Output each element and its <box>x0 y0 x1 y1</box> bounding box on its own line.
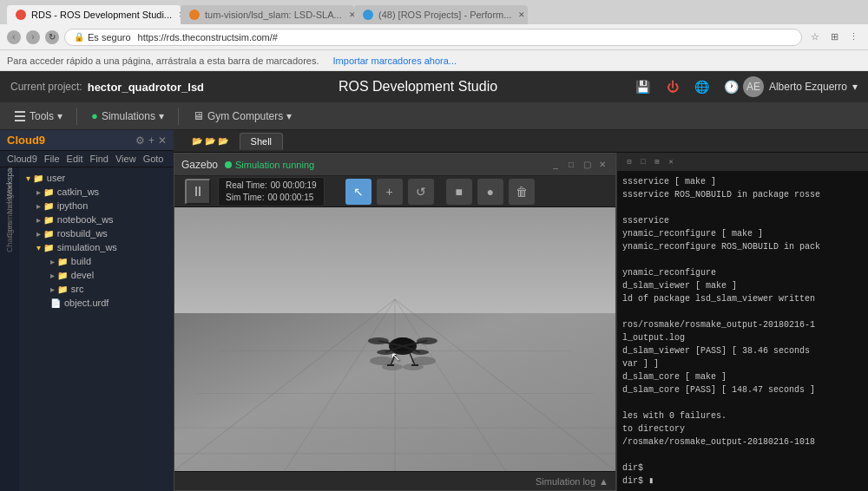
sim-running-status: Simulation running <box>225 160 314 170</box>
terminal-line: to directory <box>622 422 863 435</box>
sphere-tool[interactable]: ● <box>477 179 503 205</box>
cloud9-settings-icon[interactable]: ⚙ <box>135 134 145 147</box>
tree-item-object[interactable]: 📄 object.urdf <box>19 296 174 310</box>
scale-tool[interactable]: ■ <box>446 179 472 205</box>
cloud9-body: Workspace Navigate Commands Changes ▾ 📁 … <box>0 167 174 491</box>
user-name: Alberto Ezquerro <box>769 81 847 93</box>
tab-shell[interactable]: Shell <box>240 133 283 150</box>
bookmark-icon[interactable]: ☆ <box>807 29 823 45</box>
tree-label-build: build <box>71 256 91 266</box>
tab-lsd[interactable]: tum-vision/lsd_slam: LSD-SLA... ✕ <box>181 5 354 24</box>
gz-sky <box>174 207 615 326</box>
rotate-tool[interactable]: ↺ <box>408 179 434 205</box>
terminal-icon-2[interactable]: □ <box>638 157 648 167</box>
settings-icon[interactable]: ⋮ <box>845 29 861 45</box>
pause-button[interactable]: ⏸ <box>185 179 211 205</box>
real-time-label: Real Time: <box>226 180 267 192</box>
tab-favicon-lsd <box>189 10 200 20</box>
file-icon-object: 📄 <box>50 298 61 308</box>
gazebo-close-icon[interactable]: ✕ <box>596 159 608 171</box>
forward-button[interactable]: › <box>26 30 40 44</box>
terminal-icon-1[interactable]: ⊟ <box>624 157 635 167</box>
menu-cloud9[interactable]: Cloud9 <box>7 154 37 164</box>
terminal-line: dir$ ▮ <box>622 475 863 488</box>
tree-item-devel[interactable]: ▸ 📁 devel <box>19 268 174 282</box>
tab-label-ros: (48) [ROS Projects] - Perform... <box>378 10 511 20</box>
content-area: 📂 📂 📂 Shell Gazebo Simulation running _ … <box>174 130 868 491</box>
terminal-line <box>622 305 863 318</box>
sim-running-label: Simulation running <box>235 160 314 170</box>
simulations-button[interactable]: ● Simulations ▾ <box>84 107 171 125</box>
tree-item-ipython[interactable]: ▸ 📁 ipython <box>19 199 174 213</box>
terminal-line: les with 0 failures. <box>622 409 863 422</box>
tree-item-simws[interactable]: ▾ 📁 simulation_ws <box>19 240 174 254</box>
tree-label-ipython: ipython <box>57 200 88 211</box>
tab-rds[interactable]: RDS - ROS Development Studi... ✕ <box>7 5 181 24</box>
extensions-icon[interactable]: ⊞ <box>826 29 842 45</box>
url-secure-label: Es seguro <box>88 32 131 43</box>
tree-label-src: src <box>71 284 84 294</box>
tree-label-user: user <box>47 173 65 183</box>
tab-ros-projects[interactable]: (48) [ROS Projects] - Perform... ✕ <box>354 5 528 24</box>
folder-icon-catkin: ▸ 📁 <box>36 187 54 197</box>
sim-log-button[interactable]: Simulation log ▲ <box>536 476 608 487</box>
tools-arrow: ▾ <box>57 110 62 122</box>
tree-label-notebook: notebook_ws <box>57 214 114 225</box>
terminal-line: ynamic_reconfigure ROS_NOBUILD in pack <box>622 240 863 253</box>
clock-icon[interactable]: 🕐 <box>720 75 743 98</box>
terminal-content[interactable]: ssservice [ make ]ssservice ROS_NOBUILD … <box>617 172 868 491</box>
gym-computers-button[interactable]: 🖥 Gym Computers ▾ <box>186 107 299 125</box>
translate-tool[interactable]: + <box>377 179 403 205</box>
tree-item-src[interactable]: ▸ 📁 src <box>19 282 174 296</box>
cloud9-add-icon[interactable]: + <box>148 134 155 147</box>
import-bookmarks-link[interactable]: Importar marcadores ahora... <box>333 56 457 66</box>
tools-button[interactable]: Tools ▾ <box>7 108 69 125</box>
terminal-icon-3[interactable]: ⊞ <box>652 157 662 167</box>
gazebo-titlebar: Gazebo Simulation running _ □ ▢ ✕ <box>174 154 615 176</box>
sim-time-row: Sim Time: 00 00:00:15 <box>226 192 317 204</box>
menu-file[interactable]: File <box>44 154 60 164</box>
browser-chrome: RDS - ROS Development Studi... ✕ tum-vis… <box>0 0 868 71</box>
tab-close-ros[interactable]: ✕ <box>516 10 527 20</box>
tree-item-user[interactable]: ▾ 📁 user <box>19 171 174 185</box>
svg-rect-1 <box>15 115 25 117</box>
menu-find[interactable]: Find <box>90 154 108 164</box>
bookmarks-text: Para acceder rápido a una página, arrást… <box>7 56 319 66</box>
maximize-icon[interactable]: ▢ <box>581 159 593 171</box>
tab-editor[interactable]: 📂 📂 📂 <box>181 133 240 149</box>
save-icon[interactable]: 💾 <box>632 75 654 98</box>
app-toolbar: Tools ▾ ● Simulations ▾ 🖥 Gym Computers … <box>0 102 868 130</box>
tab-favicon-ros <box>363 10 373 20</box>
user-menu-icon[interactable]: ▾ <box>852 81 858 93</box>
menu-goto[interactable]: Goto <box>143 154 164 164</box>
refresh-button[interactable]: ↻ <box>45 30 59 44</box>
menu-view[interactable]: View <box>115 154 136 164</box>
terminal-icon-4[interactable]: ✕ <box>666 157 676 167</box>
sim-log-chevron: ▲ <box>599 476 608 487</box>
tree-item-rosbuild[interactable]: ▸ 📁 rosbuild_ws <box>19 226 174 240</box>
delete-tool[interactable]: 🗑 <box>509 179 535 205</box>
tab-close-lsd[interactable]: ✕ <box>347 10 354 20</box>
tree-item-notebook[interactable]: ▸ 📁 notebook_ws <box>19 213 174 226</box>
select-tool[interactable]: ↖ <box>345 179 372 205</box>
globe-icon[interactable]: 🌐 <box>691 75 713 98</box>
menu-edit[interactable]: Edit <box>67 154 83 164</box>
power-icon[interactable]: ⏻ <box>661 75 684 98</box>
side-icons: Workspace Navigate Commands Changes <box>0 167 19 491</box>
svg-point-22 <box>368 337 389 344</box>
minimize-icon[interactable]: _ <box>549 159 562 171</box>
sim-time-value: 00 00:00:15 <box>267 192 313 204</box>
toolbar-sep-2 <box>178 108 179 125</box>
changes-tab[interactable]: Changes <box>1 228 18 245</box>
cloud9-close-icon[interactable]: ✕ <box>158 134 167 147</box>
folder-icon-rosbuild: ▸ 📁 <box>36 229 54 239</box>
browser-nav: ‹ › ↻ 🔒 Es seguro https://rds.theconstru… <box>0 24 868 50</box>
tree-item-build[interactable]: ▸ 📁 build <box>19 254 174 268</box>
restore-icon[interactable]: □ <box>565 159 577 171</box>
tree-item-catkin[interactable]: ▸ 📁 catkin_ws <box>19 185 174 199</box>
url-bar[interactable]: 🔒 Es seguro https://rds.theconstructsim.… <box>64 29 802 46</box>
folder-icon-build: ▸ 📁 <box>50 257 68 266</box>
gazebo-viewport[interactable]: ↖ <box>174 207 615 471</box>
tree-label-devel: devel <box>71 270 94 280</box>
back-button[interactable]: ‹ <box>7 30 21 44</box>
